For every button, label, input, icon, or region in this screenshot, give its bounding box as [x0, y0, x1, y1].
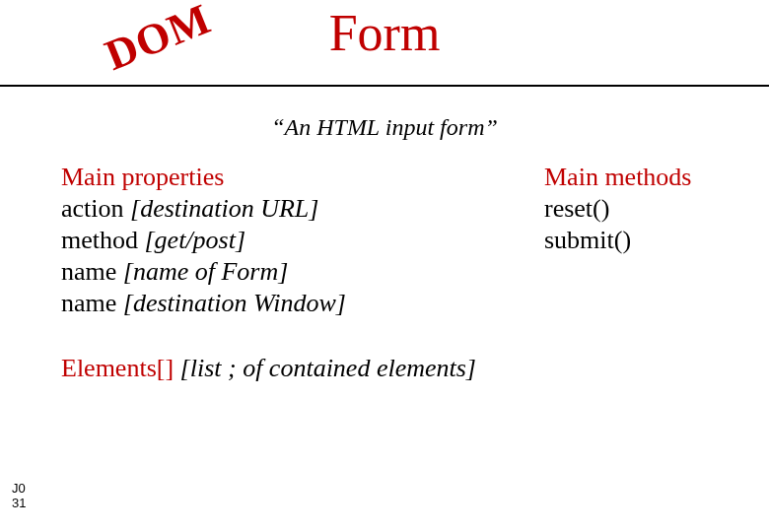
property-desc: [name of Form] [123, 257, 289, 286]
content-area: Main properties action [destination URL]… [0, 141, 769, 320]
slide-footer: J0 31 [12, 482, 26, 510]
slide-subtitle: “An HTML input form” [0, 114, 769, 141]
method-row: submit() [544, 226, 730, 255]
footer-number: 31 [12, 497, 26, 510]
elements-prefix: Elements[] [61, 354, 180, 382]
properties-column: Main properties action [destination URL]… [61, 159, 534, 320]
properties-heading: Main properties [61, 163, 534, 192]
slide: DOM Form “An HTML input form” Main prope… [0, 0, 769, 532]
property-row: name [name of Form] [61, 257, 534, 287]
property-row: name [destination Window] [61, 289, 534, 318]
methods-heading: Main methods [544, 163, 730, 192]
method-row: reset() [544, 194, 730, 224]
slide-header: DOM Form [0, 0, 769, 87]
property-row: action [destination URL] [61, 194, 534, 224]
elements-line: Elements[] [list ; of contained elements… [61, 354, 769, 383]
methods-column: Main methods reset() submit() [534, 159, 730, 320]
method-name: reset() [544, 194, 609, 223]
property-row: method [get/post] [61, 226, 534, 255]
property-desc: [get/post] [145, 226, 246, 254]
property-name: name [61, 257, 116, 286]
slide-title: Form [0, 4, 769, 62]
property-name: name [61, 289, 116, 317]
footer-code: J0 [12, 482, 26, 496]
property-name: action [61, 194, 124, 223]
property-desc: [destination URL] [130, 194, 318, 223]
elements-desc: [list ; of contained elements] [180, 354, 476, 382]
property-name: method [61, 226, 138, 254]
method-name: submit() [544, 226, 631, 254]
property-desc: [destination Window] [123, 289, 346, 317]
